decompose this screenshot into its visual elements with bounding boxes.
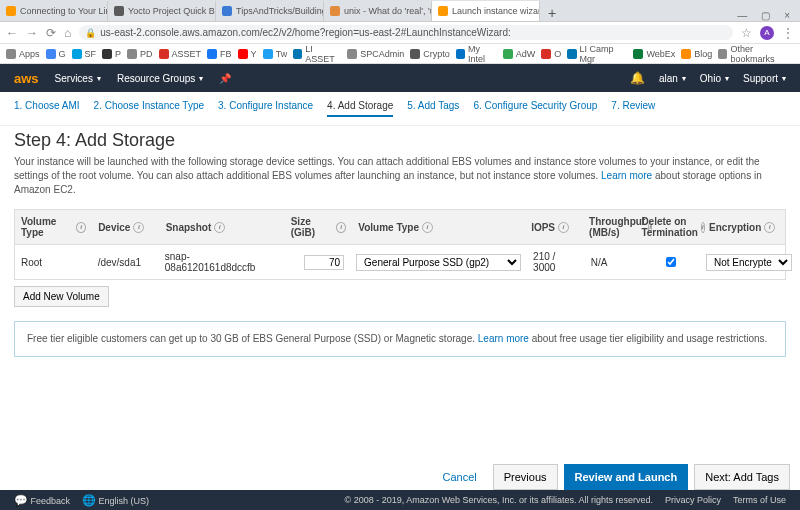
- bookmark-item[interactable]: My Intel: [456, 44, 497, 64]
- star-icon[interactable]: ☆: [741, 26, 752, 40]
- info-icon[interactable]: i: [558, 222, 569, 233]
- bookmark-item[interactable]: G: [46, 49, 66, 59]
- bookmark-item[interactable]: PD: [127, 49, 153, 59]
- bookmark-item[interactable]: SF: [72, 49, 97, 59]
- home-icon[interactable]: ⌂: [64, 26, 71, 40]
- aws-top-nav: aws Services▾ Resource Groups▾ 📌 🔔 alan▾…: [0, 64, 800, 92]
- region-menu[interactable]: Ohio▾: [700, 73, 729, 84]
- bookmark-item[interactable]: Crypto: [410, 49, 450, 59]
- bookmark-item[interactable]: P: [102, 49, 121, 59]
- encryption-select[interactable]: Not Encrypte: [706, 254, 792, 271]
- terms-of-use-link[interactable]: Terms of Use: [733, 495, 786, 505]
- col-iops: IOPS: [531, 222, 555, 233]
- col-device: Device: [98, 222, 130, 233]
- step-configure-security-group[interactable]: 6. Configure Security Group: [473, 100, 597, 117]
- minimize-icon[interactable]: —: [737, 10, 747, 21]
- close-window-icon[interactable]: ×: [784, 10, 790, 21]
- bookmark-item[interactable]: FB: [207, 49, 232, 59]
- browser-tab[interactable]: unix - What do 'real', 'user' an×: [324, 1, 432, 21]
- maximize-icon[interactable]: ▢: [761, 10, 770, 21]
- browser-tab-strip: Connecting to Your Linux Inst× Yocto Pro…: [0, 0, 800, 22]
- favicon-icon: [438, 6, 448, 16]
- info-icon[interactable]: i: [133, 222, 144, 233]
- browser-tab[interactable]: Yocto Project Quick Build×: [108, 1, 216, 21]
- new-tab-button[interactable]: +: [540, 5, 564, 21]
- page-title: Step 4: Add Storage: [14, 130, 786, 151]
- bookmark-item[interactable]: Blog: [681, 49, 712, 59]
- bookmark-item[interactable]: LI ASSET: [293, 44, 341, 64]
- account-menu[interactable]: alan▾: [659, 73, 686, 84]
- bookmark-icon: [503, 49, 513, 59]
- table-row: Root /dev/sda1 snap-08a6120161d8dccfb Ge…: [14, 245, 786, 280]
- volume-type-select[interactable]: General Purpose SSD (gp2): [356, 254, 521, 271]
- resource-groups-menu[interactable]: Resource Groups▾: [117, 73, 203, 84]
- aws-footer: 💬 Feedback 🌐 English (US) © 2008 - 2019,…: [0, 490, 800, 510]
- bookmark-item[interactable]: ASSET: [159, 49, 202, 59]
- info-icon[interactable]: i: [764, 222, 775, 233]
- folder-icon: [718, 49, 727, 59]
- support-menu[interactable]: Support▾: [743, 73, 786, 84]
- profile-avatar[interactable]: A: [760, 26, 774, 40]
- address-bar[interactable]: 🔒 us-east-2.console.aws.amazon.com/ec2/v…: [79, 25, 733, 40]
- size-input[interactable]: [304, 255, 344, 270]
- step-choose-ami[interactable]: 1. Choose AMI: [14, 100, 80, 117]
- wizard-footer-buttons: Cancel Previous Review and Launch Next: …: [432, 464, 790, 490]
- cell-volume-role: Root: [15, 257, 92, 268]
- bookmark-icon: [567, 49, 576, 59]
- info-icon[interactable]: i: [336, 222, 346, 233]
- privacy-policy-link[interactable]: Privacy Policy: [665, 495, 721, 505]
- browser-tab[interactable]: TipsAndTricks/Building core-i×: [216, 1, 324, 21]
- back-icon[interactable]: ←: [6, 26, 18, 40]
- browser-tab-active[interactable]: Launch instance wizard | EC2×: [432, 1, 540, 21]
- step-review[interactable]: 7. Review: [611, 100, 655, 117]
- bookmark-item[interactable]: LI Camp Mgr: [567, 44, 627, 64]
- services-menu[interactable]: Services▾: [55, 73, 101, 84]
- review-and-launch-button[interactable]: Review and Launch: [564, 464, 689, 490]
- bookmark-item[interactable]: AdW: [503, 49, 536, 59]
- tab-label: unix - What do 'real', 'user' an: [344, 6, 432, 16]
- learn-more-link[interactable]: Learn more: [478, 333, 529, 344]
- forward-icon[interactable]: →: [26, 26, 38, 40]
- aws-logo[interactable]: aws: [14, 71, 39, 86]
- pin-icon[interactable]: 📌: [219, 73, 231, 84]
- delete-on-termination-checkbox[interactable]: [666, 257, 676, 267]
- tab-label: Yocto Project Quick Build: [128, 6, 216, 16]
- bookmark-icon: [293, 49, 302, 59]
- browser-tab[interactable]: Connecting to Your Linux Inst×: [0, 1, 108, 21]
- bookmark-item[interactable]: Y: [238, 49, 257, 59]
- reload-icon[interactable]: ⟳: [46, 26, 56, 40]
- bookmark-icon: [159, 49, 169, 59]
- copyright-text: © 2008 - 2019, Amazon Web Services, Inc.…: [345, 495, 653, 505]
- other-bookmarks[interactable]: Other bookmarks: [718, 44, 794, 64]
- tab-label: Launch instance wizard | EC2: [452, 6, 540, 16]
- favicon-icon: [222, 6, 232, 16]
- learn-more-link[interactable]: Learn more: [601, 170, 652, 181]
- bookmark-item[interactable]: SPCAdmin: [347, 49, 404, 59]
- info-icon[interactable]: i: [214, 222, 225, 233]
- cell-snapshot: snap-08a6120161d8dccfb: [159, 251, 283, 273]
- apps-button[interactable]: Apps: [6, 49, 40, 59]
- cancel-button[interactable]: Cancel: [432, 465, 486, 489]
- step-add-tags[interactable]: 5. Add Tags: [407, 100, 459, 117]
- bookmark-item[interactable]: WebEx: [633, 49, 675, 59]
- bookmark-item[interactable]: O: [541, 49, 561, 59]
- bookmark-item[interactable]: Tw: [263, 49, 288, 59]
- url-text: us-east-2.console.aws.amazon.com/ec2/v2/…: [100, 27, 511, 38]
- bell-icon[interactable]: 🔔: [630, 71, 645, 85]
- cell-device: /dev/sda1: [92, 257, 159, 268]
- feedback-link[interactable]: 💬 Feedback: [14, 494, 70, 507]
- step-add-storage[interactable]: 4. Add Storage: [327, 100, 393, 117]
- previous-button[interactable]: Previous: [493, 464, 558, 490]
- globe-icon: 🌐: [82, 494, 96, 506]
- info-icon[interactable]: i: [76, 222, 86, 233]
- menu-icon[interactable]: ⋮: [782, 26, 794, 40]
- lock-icon: 🔒: [85, 28, 96, 38]
- bookmark-icon: [456, 49, 465, 59]
- next-button[interactable]: Next: Add Tags: [694, 464, 790, 490]
- bookmark-icon: [263, 49, 273, 59]
- info-icon[interactable]: i: [422, 222, 433, 233]
- step-configure-instance[interactable]: 3. Configure Instance: [218, 100, 313, 117]
- add-new-volume-button[interactable]: Add New Volume: [14, 286, 109, 307]
- language-selector[interactable]: 🌐 English (US): [82, 494, 149, 507]
- step-choose-instance-type[interactable]: 2. Choose Instance Type: [94, 100, 204, 117]
